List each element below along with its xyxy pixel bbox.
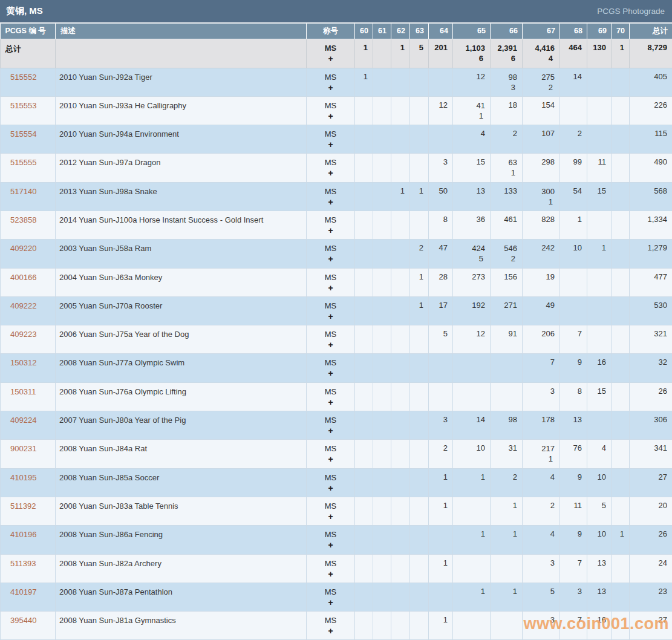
grade-count-cell [373,154,391,182]
pcgs-number-link[interactable]: 409222 [10,301,36,310]
table-row: 5113932008 Yuan Sun-J82a ArcheryMS+13713… [1,554,672,583]
grade-count-cell [429,382,453,411]
grade-count-cell: 7 [560,554,587,583]
pcgs-number-link[interactable]: 517140 [10,187,36,196]
grade-count-cell: 11 [560,497,587,525]
pcgs-number-link[interactable]: 410197 [10,587,36,596]
grade-count-cell [491,382,523,411]
pcgs-number-link[interactable]: 409223 [10,330,36,339]
table-row: 3954402008 Yuan Sun-J81a GymnasticsMS+13… [1,612,672,640]
designation-cell: MS+ [307,296,355,325]
grade-count-cell [587,411,612,440]
pcgs-number-link[interactable]: 515554 [10,129,36,139]
grade-count-cell: 91 [491,325,523,354]
row-total-cell: 32 [630,354,672,382]
grade-count-cell: 13 [587,583,612,611]
grade-count-cell [391,268,410,296]
grade-count-cell [373,182,391,211]
grade-count-cell: 3 [429,411,453,440]
grade-count-cell: 1 [429,554,453,583]
pcgs-number-link[interactable]: 150311 [10,387,36,396]
grade-count-cell [587,96,612,125]
pcgs-number-link[interactable]: 900231 [10,444,36,453]
grade-count-cell [453,554,491,583]
grade-count-cell [355,583,373,611]
grade-count-cell: 54 [560,182,587,211]
grade-count-cell: 983 [491,68,523,96]
grade-count-cell: 4245 [453,240,491,268]
grade-count-cell [453,612,491,640]
grade-count-cell [355,125,373,154]
designation-cell: MS+ [307,497,355,525]
coin-description: 2013 Yuan Sun-J98a Snake [56,182,307,211]
designation-cell: MS+ [307,268,355,296]
grade-count-cell [491,554,523,583]
table-row: 1503122008 Yuan Sun-J77a Olympic SwimMS+… [1,354,672,382]
row-total-cell: 321 [630,325,672,354]
pcgs-number-link[interactable]: 395440 [10,616,36,625]
grade-count-cell [587,68,612,96]
grade-count-cell: 1 [355,68,373,96]
grade-count-cell: 5 [587,497,612,525]
grade-count-cell [612,240,630,268]
grade-count-cell: 2 [560,125,587,154]
grade-count-cell: 15 [453,154,491,182]
pcgs-number-link[interactable]: 523858 [10,215,36,224]
coin-description: 2008 Yuan Sun-J83a Table Tennis [56,497,307,525]
grade-count-cell: 10 [587,526,612,554]
pcgs-number-link[interactable]: 409224 [10,416,36,425]
pcgs-number-link[interactable]: 410195 [10,473,36,482]
grade-count-cell [355,154,373,182]
grade-count-cell: 3 [523,612,560,640]
pcgs-number-link[interactable]: 150312 [10,358,36,367]
grade-count-cell: 201 [429,39,453,68]
grade-count-cell: 15 [587,382,612,411]
table-row: 4101972008 Yuan Sun-J87a PentathlonMS+11… [1,583,672,611]
page-title: 黄铜, MS [6,5,43,17]
pcgs-number-link[interactable]: 410196 [10,530,36,539]
table-row: 4101962008 Yuan Sun-J86a FencingMS+11491… [1,526,672,554]
row-total-cell: 24 [630,554,672,583]
grade-count-cell: 130 [587,39,612,68]
table-row: 4092222005 Yuan Sun-J70a RoosterMS+11719… [1,296,672,325]
grade-count-cell [391,325,410,354]
pcgs-number-link[interactable]: 409220 [10,244,36,253]
grade-count-cell: 107 [523,125,560,154]
coin-description: 2005 Yuan Sun-J70a Rooster [56,296,307,325]
grade-count-cell [491,354,523,382]
row-total-cell: 530 [630,296,672,325]
column-header-total: 总计 [630,24,672,39]
grade-count-cell: 464 [560,39,587,68]
photograde-link[interactable]: PCGS Photograde [597,7,665,16]
grade-count-cell: 192 [453,296,491,325]
row-total-cell: 490 [630,154,672,182]
pcgs-number-link[interactable]: 515553 [10,101,36,110]
grade-count-cell [355,354,373,382]
grade-count-cell: 18 [491,96,523,125]
pcgs-number-link[interactable]: 511393 [10,559,36,568]
grade-count-cell [612,382,630,411]
grade-count-cell: 14 [560,68,587,96]
designation-cell: MS+ [307,583,355,611]
pcgs-number-cell: 150311 [1,382,56,411]
table-row: 1503112008 Yuan Sun-J76a Olympic Lifting… [1,382,672,411]
grade-count-cell: 298 [523,154,560,182]
pcgs-number-cell: 409222 [1,296,56,325]
pcgs-number-link[interactable]: 515552 [10,73,36,82]
grade-count-cell [391,612,410,640]
pcgs-number-link[interactable]: 400166 [10,273,36,282]
grade-count-cell: 7 [560,612,587,640]
pcgs-number-link[interactable]: 511392 [10,501,36,511]
grade-count-cell: 10 [453,440,491,468]
grade-count-cell: 4 [453,125,491,154]
grade-count-cell [355,211,373,239]
pcgs-number-link[interactable]: 515555 [10,158,36,167]
grade-count-cell: 4,4164 [523,39,560,68]
coin-description: 2010 Yuan Sun-J93a He Calligraphy [56,96,307,125]
grade-count-cell: 1,1036 [453,39,491,68]
grade-count-cell [612,325,630,354]
pcgs-number-cell: 515554 [1,125,56,154]
grade-count-cell: 9 [560,354,587,382]
designation-cell: MS+ [307,440,355,468]
grade-count-cell [391,411,410,440]
